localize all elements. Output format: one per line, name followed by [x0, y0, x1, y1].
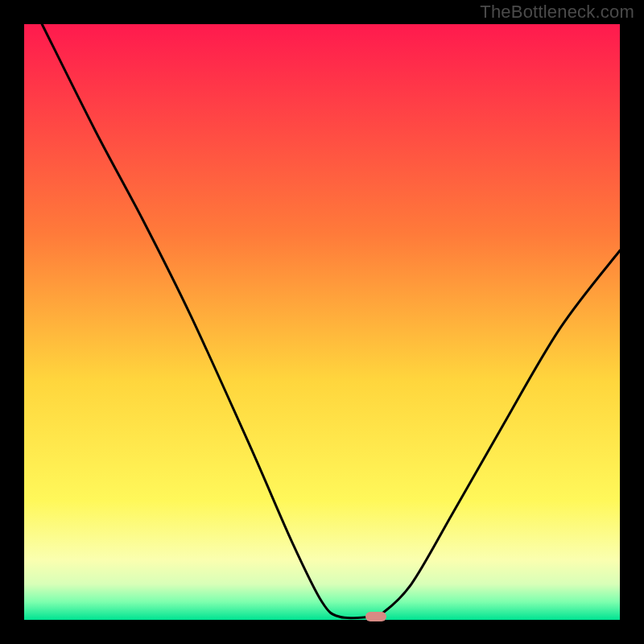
watermark-text: TheBottleneck.com: [480, 2, 634, 23]
optimal-point-marker: [365, 612, 386, 621]
bottleneck-curve: [24, 24, 620, 620]
plot-area: [24, 24, 620, 620]
